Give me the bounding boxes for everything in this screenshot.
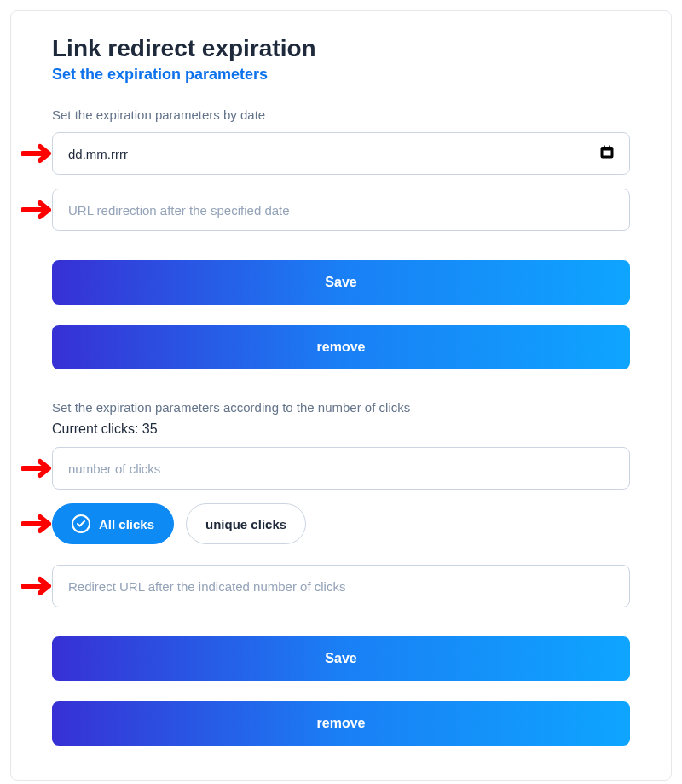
clicks-redirect-input-row bbox=[52, 565, 630, 607]
clicks-save-button[interactable]: Save bbox=[52, 636, 630, 681]
expiration-card: Link redirect expiration Set the expirat… bbox=[10, 10, 672, 781]
number-of-clicks-input[interactable] bbox=[52, 447, 630, 490]
click-type-selector: All clicks unique clicks bbox=[52, 503, 630, 544]
all-clicks-option[interactable]: All clicks bbox=[52, 503, 174, 544]
annotation-arrow-icon bbox=[21, 458, 55, 479]
date-save-button[interactable]: Save bbox=[52, 260, 630, 305]
current-clicks-value: 35 bbox=[142, 421, 158, 436]
date-input-row bbox=[52, 132, 630, 175]
all-clicks-label: All clicks bbox=[99, 517, 154, 531]
annotation-arrow-icon bbox=[21, 200, 55, 220]
page-title: Link redirect expiration bbox=[52, 35, 630, 62]
page-subtitle: Set the expiration parameters bbox=[52, 66, 630, 84]
clicks-section-label: Set the expiration parameters according … bbox=[52, 400, 630, 415]
date-remove-button[interactable]: remove bbox=[52, 325, 630, 369]
unique-clicks-label: unique clicks bbox=[205, 517, 286, 531]
current-clicks-text: Current clicks: 35 bbox=[52, 421, 630, 437]
date-url-input-row bbox=[52, 189, 630, 231]
date-redirect-url-input[interactable] bbox=[52, 189, 630, 231]
unique-clicks-option[interactable]: unique clicks bbox=[186, 503, 306, 544]
annotation-arrow-icon bbox=[21, 514, 55, 534]
current-clicks-label: Current clicks: bbox=[52, 421, 138, 436]
clicks-number-input-row bbox=[52, 447, 630, 490]
annotation-arrow-icon bbox=[21, 576, 55, 596]
expiration-date-input[interactable] bbox=[52, 132, 630, 175]
check-icon bbox=[72, 514, 90, 533]
clicks-redirect-url-input[interactable] bbox=[52, 565, 630, 607]
annotation-arrow-icon bbox=[21, 143, 55, 164]
clicks-remove-button[interactable]: remove bbox=[52, 701, 630, 746]
date-section-label: Set the expiration parameters by date bbox=[52, 107, 630, 122]
